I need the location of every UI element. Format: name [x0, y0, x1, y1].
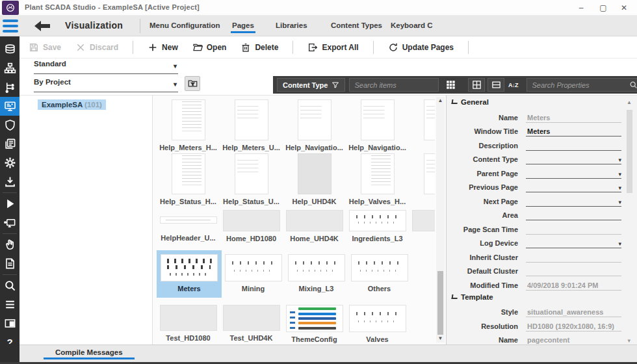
settings-gear-icon[interactable] — [0, 153, 20, 172]
minimize-button[interactable]: – — [572, 1, 590, 14]
page-thumbnail[interactable]: H — [409, 99, 435, 151]
sitemap-icon[interactable] — [0, 59, 20, 78]
view-mode-select[interactable]: Standard ▾ — [34, 60, 178, 74]
window-layout-icon[interactable] — [0, 314, 20, 333]
sort-az-button[interactable]: A↓Z — [504, 78, 521, 92]
page-thumbnail[interactable]: Mixing_L3 — [285, 250, 348, 298]
page-thumbnail[interactable]: M — [409, 210, 435, 242]
trash-icon — [240, 42, 251, 53]
runtime-monitor-icon[interactable] — [0, 213, 20, 232]
compile-messages-tab[interactable]: Compile Messages — [55, 348, 123, 356]
chevron-down-icon[interactable]: ▾ — [618, 239, 621, 248]
chevron-down-icon: ▾ — [174, 81, 177, 88]
folder-filter-button[interactable] — [185, 76, 200, 91]
scroll-up-icon[interactable]: ▲ — [436, 97, 445, 105]
plus-icon — [148, 42, 158, 53]
field-log-device[interactable]: ▾ — [526, 239, 621, 248]
run-play-icon[interactable] — [0, 194, 20, 213]
section-general[interactable]: General — [447, 96, 637, 109]
maximize-button[interactable]: ▢ — [594, 1, 612, 14]
content-type-filter-button[interactable]: Content Type — [277, 78, 345, 92]
close-button[interactable]: ✕ — [615, 1, 633, 14]
page-thumbnail[interactable]: Home_HD1080 — [220, 210, 283, 242]
open-button[interactable]: Open — [192, 42, 227, 53]
property-row: Resolution HD1080 (1920x1080, 16:9) — [447, 317, 637, 332]
field-window-title[interactable]: Meters — [526, 127, 621, 136]
update-pages-button[interactable]: Update Pages — [388, 42, 454, 53]
gesture-hand-icon[interactable] — [0, 235, 20, 254]
folder-filter-icon — [188, 79, 198, 88]
pages-icon[interactable] — [0, 135, 20, 153]
page-thumbnail[interactable]: Mining — [222, 250, 285, 298]
scrollbar-thumb[interactable] — [627, 110, 632, 193]
page-thumbnail[interactable]: Ingredients_L3 — [346, 210, 409, 242]
scrollbar-thumb[interactable] — [437, 271, 443, 335]
chevron-down-icon[interactable]: ▾ — [618, 198, 621, 207]
section-template[interactable]: Template — [447, 291, 637, 304]
page-thumbnail[interactable]: Help_Status_H... — [157, 153, 220, 205]
tab-content-types[interactable]: Content Types — [331, 21, 382, 29]
project-tree-pane: ExampleSA (101) — [20, 95, 152, 344]
page-thumbnail[interactable]: Help_Valves_H... — [346, 153, 409, 205]
report-document-icon[interactable] — [0, 254, 20, 273]
grid-scrollbar[interactable]: ▲ ▼ — [436, 97, 445, 343]
field-next-page[interactable]: ▾ — [526, 197, 621, 207]
page-thumbnail[interactable]: ThemeConfig — [283, 305, 346, 343]
chevron-down-icon: ▾ — [174, 62, 177, 70]
tab-keyboard-commands[interactable]: Keyboard C — [391, 21, 433, 29]
database-icon[interactable] — [0, 40, 20, 59]
topology-icon[interactable] — [0, 78, 20, 97]
field-content-type[interactable]: ▾ — [526, 155, 621, 164]
page-thumbnail[interactable]: HelpHeader_U... — [157, 210, 220, 242]
field-description[interactable] — [526, 141, 621, 151]
page-thumbnail[interactable]: Test_HD1080 — [157, 305, 220, 343]
page-thumbnail[interactable]: H — [409, 153, 435, 205]
page-thumbnail[interactable]: Others — [348, 250, 411, 298]
field-previous-page[interactable]: ▾ — [526, 183, 621, 192]
scroll-down-icon[interactable]: ▼ — [436, 335, 445, 343]
page-thumbnail[interactable]: Test_UHD4K — [220, 305, 283, 343]
deploy-download-icon[interactable] — [0, 172, 20, 191]
page-thumbnail[interactable]: Help_Navigatio... — [283, 99, 346, 151]
group-by-select[interactable]: By Project ▾ — [34, 78, 178, 92]
page-thumbnail[interactable]: Help_UHD4K — [283, 153, 346, 205]
field-area[interactable] — [526, 211, 621, 220]
page-thumbnail[interactable] — [409, 305, 435, 343]
expand-all-button[interactable] — [468, 78, 485, 92]
chevron-down-icon[interactable]: ▾ — [618, 183, 621, 192]
search-items-input[interactable] — [349, 78, 439, 92]
chevron-down-icon[interactable]: ▾ — [618, 170, 621, 179]
list-icon[interactable] — [0, 295, 20, 314]
export-all-button[interactable]: Export All — [307, 42, 358, 53]
thumbnail-image — [286, 210, 343, 231]
page-thumbnail[interactable]: Help_Meters_H... — [157, 99, 220, 151]
page-thumbnail-selected[interactable]: Meters — [157, 250, 222, 298]
chevron-down-icon[interactable]: ▾ — [627, 336, 630, 345]
security-shield-icon[interactable] — [0, 116, 20, 135]
save-button[interactable]: Save — [29, 42, 61, 53]
page-thumbnail[interactable]: Help_Navigatio... — [346, 99, 409, 151]
scroll-up-icon[interactable]: ▲ — [627, 99, 632, 105]
back-arrow-icon[interactable] — [34, 20, 51, 32]
collapse-all-button[interactable] — [488, 78, 504, 92]
tab-libraries[interactable]: Libraries — [276, 21, 307, 29]
tab-menu-configuration[interactable]: Menu Configuration — [150, 21, 220, 29]
new-button[interactable]: New — [148, 42, 178, 53]
thumbnail-view-button[interactable] — [442, 78, 459, 92]
search-icon[interactable] — [0, 276, 20, 295]
chevron-down-icon[interactable]: ▾ — [618, 155, 621, 164]
field-parent-page[interactable]: ▾ — [526, 169, 621, 179]
hamburger-menu-icon[interactable] — [3, 20, 18, 32]
pages-grid-pane: Help_Meters_H... Help_Meters_U... Help_N… — [153, 95, 446, 344]
page-thumbnail[interactable]: Valves — [346, 305, 409, 343]
page-thumbnail[interactable]: Help_Status_U... — [220, 153, 283, 205]
status-bar: Compile Messages — [20, 344, 637, 362]
visualization-icon[interactable] — [0, 97, 20, 116]
page-thumbnail[interactable]: Home_UHD4K — [283, 210, 346, 242]
tree-item-examplesa[interactable]: ExampleSA (101) — [38, 99, 106, 110]
tab-pages[interactable]: Pages — [232, 21, 254, 29]
discard-button[interactable]: Discard — [75, 42, 118, 53]
search-properties-input[interactable] — [526, 78, 637, 92]
page-thumbnail[interactable]: Help_Meters_U... — [220, 99, 283, 151]
delete-button[interactable]: Delete — [240, 42, 278, 53]
